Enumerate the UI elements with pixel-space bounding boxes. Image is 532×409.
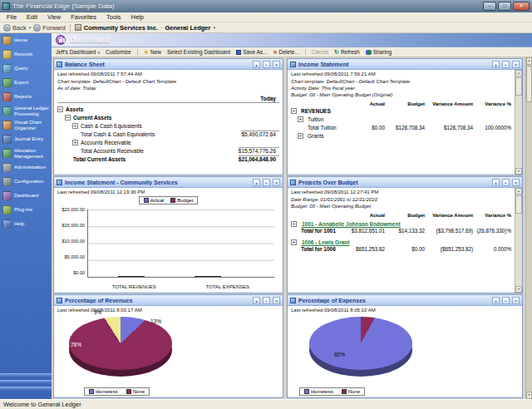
menu-edit[interactable]: Edit [22,13,42,21]
close-icon[interactable]: ✕ [273,179,280,186]
expand-icon[interactable]: + [291,239,297,245]
panel-title: Percentage of Revenues [65,298,250,303]
close-button[interactable]: ✕ [513,2,530,11]
visual-chart-organizer-icon [2,121,12,130]
sidebar-item-reports[interactable]: Reports [0,90,52,104]
status-bar: Welcome to General Ledger [0,399,532,409]
sidebar-item-export[interactable]: Export [0,76,52,90]
properties-icon[interactable]: ▪ [502,179,510,186]
collapse-icon[interactable]: ▴ [253,297,260,304]
collapse-icon[interactable]: − [291,108,297,114]
menu-tools[interactable]: Tools [101,13,126,21]
collapse-icon[interactable]: ▴ [492,179,500,186]
row-label: Cash & Cash Equivalents [81,123,142,129]
sidebar-item-records[interactable]: Records [0,47,52,62]
dashboard-selector[interactable]: Jeff's Dashboard ▾ [56,49,100,55]
scroll-down-icon[interactable]: ▼ [515,286,522,293]
table-row: Total Accounts Receivable$15,574,776.26 [57,146,279,155]
dashboard-icon [56,35,66,45]
main-scrollbar[interactable]: ▲ ▼ [525,57,532,399]
expand-icon[interactable]: + [72,123,78,129]
close-icon[interactable]: ✕ [512,297,520,304]
sidebar-group-bar[interactable] [0,387,52,391]
properties-icon[interactable]: ▪ [263,61,270,68]
sidebar-item-configuration[interactable]: Configuration [0,175,52,189]
sidebar-item-home[interactable]: Home [0,33,52,47]
scroll-up-icon[interactable]: ▲ [526,57,532,65]
close-icon[interactable]: ✕ [273,61,280,68]
sidebar-group-bar[interactable] [0,373,52,377]
select-existing-dashboard-button[interactable]: Select Existing Dashboard [167,49,230,55]
sidebar-item-help[interactable]: Help [0,217,52,231]
chevron-down-icon[interactable]: ▾ [213,25,215,30]
refresh-button[interactable]: ↻ Refresh [334,49,360,55]
collapse-icon[interactable]: − [65,115,71,121]
collapse-icon[interactable]: ▴ [492,297,500,304]
panel-body: Last refreshed 09/08/2011 7:59:21 AM Cha… [288,70,522,175]
properties-icon[interactable]: ▪ [502,297,510,304]
scroll-thumb[interactable] [515,195,522,214]
column-header: Actual [347,101,385,106]
properties-icon[interactable]: ▪ [263,297,270,304]
scroll-down-icon[interactable]: ▼ [526,392,532,399]
sidebar-item-query[interactable]: Query [0,62,52,76]
panel-meta: Date Range: 01/01/2001 to 12/31/2010Budg… [291,196,511,209]
collapse-icon[interactable]: − [57,106,63,112]
scroll-thumb[interactable] [526,66,532,102]
row-value: $0.00 [385,246,425,252]
delete-button[interactable]: ✕ Delete... [273,49,299,55]
close-icon[interactable]: ✕ [273,297,280,304]
scroll-down-icon[interactable]: ▼ [515,168,522,175]
close-icon[interactable]: ✕ [512,179,520,186]
table-row: +1006 - Lewis Grant [291,238,511,246]
properties-icon[interactable]: ▪ [263,179,270,186]
close-icon[interactable]: ✕ [512,61,520,68]
sidebar-group-bar[interactable] [0,380,52,384]
cancel-button[interactable]: Cancel [312,49,328,55]
scroll-up-icon[interactable]: ▲ [515,188,522,195]
expand-icon[interactable]: + [298,116,303,122]
panel-scrollbar[interactable]: ▲ ▼ [515,70,522,175]
save-as-button[interactable]: Save As... [236,49,267,55]
back-button[interactable]: ← Back [3,24,27,32]
save-as-label: Save As... [243,49,267,55]
sidebar-item-general-ledger-processing[interactable]: General Ledger Processing [0,104,52,118]
collapse-icon[interactable]: ▴ [253,179,260,186]
chevron-down-icon[interactable]: ▾ [29,25,32,30]
row-label: Total Cash & Cash Equivalents [81,131,155,137]
customize-button[interactable]: Customize [106,49,131,55]
table-row: +Cash & Cash Equivalents [57,121,279,130]
reports-icon [2,92,12,101]
new-button[interactable]: ★ New [144,49,161,55]
collapse-icon[interactable]: ▴ [492,61,500,68]
panel-scrollbar[interactable]: ▲ ▼ [515,188,522,293]
menu-favorites[interactable]: Favorites [66,13,101,21]
sidebar-item-administration[interactable]: Administration [0,160,52,175]
sidebar-item-visual-chart-organizer[interactable]: Visual Chart Organizer [0,118,52,132]
sidebar-item-dashboard[interactable]: Dashboard [0,189,52,203]
maximize-button[interactable]: □ [498,2,511,11]
menu-help[interactable]: Help [126,13,149,21]
menu-file[interactable]: File [2,13,22,21]
expand-icon[interactable]: + [291,221,297,227]
expand-icon[interactable]: + [72,140,78,145]
forward-button[interactable]: → Forward [33,24,66,32]
menu-view[interactable]: View [42,13,66,21]
expand-icon[interactable]: + [298,133,303,139]
sidebar-item-label: Records [14,52,32,57]
project-link[interactable]: 1006 - Lewis Grant [302,239,349,245]
project-link[interactable]: 1001 - Annabelle Johnson Endowment [302,221,401,227]
sidebar-item-plug-ins[interactable]: Plug-Ins [0,203,52,217]
minimize-button[interactable]: – [483,2,496,11]
sidebar-item-label: Plug-Ins [14,207,32,213]
properties-icon[interactable]: ▪ [502,61,510,68]
last-refreshed: Last refreshed 09/08/2011 8:05:10 AM [291,308,519,313]
collapse-icon[interactable]: ▴ [253,61,260,68]
scroll-up-icon[interactable]: ▲ [515,70,522,76]
sharing-button[interactable]: Sharing [366,49,392,55]
sidebar-item-journal-entry[interactable]: Journal Entry [0,132,52,146]
module-name[interactable]: General Ledger [165,24,210,32]
scroll-thumb[interactable] [515,77,522,96]
delete-icon: ✕ [273,50,278,55]
sidebar-item-allocation-management[interactable]: Allocation Management [0,146,52,160]
